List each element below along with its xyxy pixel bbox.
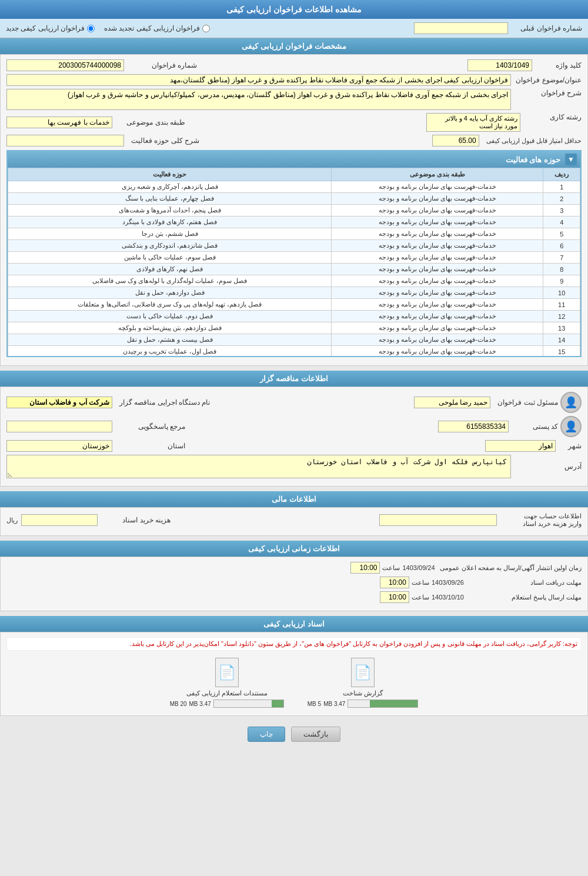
activity-table-header: ▼ حوزه های فعالیت [8, 151, 580, 168]
table-row: 12خدمات-فهرست بهای سازمان برنامه و بودجه… [8, 311, 580, 322]
specs-body: کلید واژه شماره فراخوان عنوان/موضوع فراخ… [0, 54, 588, 366]
top-bar: شماره فراخوان قبلی فراخوان ارزیابی کیفی … [0, 19, 588, 38]
prev-number-area: شماره فراخوان قبلی [210, 22, 582, 34]
financial-body: اطلاعات حساب جهت واریز هزینه خرید اسناد … [0, 507, 588, 536]
table-cell-category: خدمات-فهرست بهای سازمان برنامه و بودجه [332, 252, 543, 264]
responsible-label: مسئول ثبت فراخوان [493, 398, 558, 407]
deadline-time-label: ساعت [412, 579, 429, 587]
report-doc: 📄 گزارش شناخت 3.47 MB 5 MB [308, 658, 419, 708]
unit-label: ریال [6, 517, 18, 524]
table-cell-row: 11 [543, 299, 580, 311]
responsible-input[interactable] [414, 397, 490, 408]
table-cell-row: 14 [543, 334, 580, 346]
table-cell-category: خدمات-فهرست بهای سازمان برنامه و بودجه [332, 240, 543, 252]
docs-size: 3.47 MB [189, 701, 211, 707]
responsible-avatar: 👤 [560, 392, 582, 413]
col-company: نام دستگاه اجرایی مناقصه گزار [6, 397, 294, 408]
table-cell-category: خدمات-فهرست بهای سازمان برنامه و بودجه [332, 287, 543, 299]
table-row: 15خدمات-فهرست بهای سازمان برنامه و بودجه… [8, 346, 580, 357]
table-cell-row: 4 [543, 216, 580, 228]
category-input[interactable] [6, 116, 112, 128]
table-cell-activity: فصل چهارم، عملیات بنایی با سنگ [8, 193, 332, 205]
table-cell-activity: فصل بیست و هشتم، حمل و نقل [8, 334, 332, 346]
col-keyword: کلید واژه [294, 59, 582, 71]
reply-deadline-time-label: ساعت [412, 594, 429, 601]
financial-header: اطلاعات مالی [0, 491, 588, 507]
table-row: 13خدمات-فهرست بهای سازمان برنامه و بودجه… [8, 322, 580, 334]
deadline-time-input[interactable] [380, 577, 409, 588]
col-specialty: رشته کاری رشته کاری آب پایه 4 و بالاتر م… [294, 113, 582, 132]
table-cell-activity: فصل دوم، عملیات خاکی با دست [8, 311, 332, 322]
report-icon: 📄 [351, 658, 375, 687]
account-info-label: اطلاعات حساب جهت واریز هزینه خرید اسناد [499, 512, 582, 528]
specialty-textarea[interactable]: رشته کاری آب پایه 4 و بالاتر مورد نیاز ا… [426, 113, 520, 132]
table-cell-category: خدمات-فهرست بهای سازمان برنامه و بودجه [332, 216, 543, 228]
reference-input[interactable] [6, 421, 112, 432]
updated-evaluation-radio[interactable]: فراخوان ارزیابی کیفی تجدید شده [104, 24, 210, 32]
docs-total: 20 MB [170, 701, 187, 707]
col-activity-desc: شرح کلی حوزه فعالیت [6, 135, 294, 146]
subject-input[interactable] [6, 74, 511, 86]
table-row: 11خدمات-فهرست بهای سازمان برنامه و بودجه… [8, 299, 580, 311]
notice-text: توجه: کاربر گرامی، دریافت اسناد در مهلت … [6, 637, 582, 651]
back-button[interactable]: بازگشت [291, 727, 340, 742]
table-row: 4خدمات-فهرست بهای سازمان برنامه و بودجهف… [8, 216, 580, 228]
reply-deadline-time-input[interactable] [380, 591, 409, 603]
financial-section: اطلاعات مالی اطلاعات حساب جهت واریز هزین… [0, 491, 588, 536]
table-cell-activity: فصل پنجم، احداث آدمروها و شفت‌های [8, 205, 332, 216]
table-cell-category: خدمات-فهرست بهای سازمان برنامه و بودجه [332, 228, 543, 240]
row-first-pub: زمان اولین انتشار آگهی/ارسال به صفحه اعل… [6, 562, 582, 574]
tender-number-input[interactable] [6, 59, 124, 71]
docs-progress-fill [272, 700, 283, 707]
table-cell-category: خدمات-فهرست بهای سازمان برنامه و بودجه [332, 264, 543, 275]
col-reference: مرجع پاسخگویی [6, 421, 294, 432]
table-row: 6خدمات-فهرست بهای سازمان برنامه و بودجهف… [8, 240, 580, 252]
address-textarea[interactable]: کیانپارس فلکه اول شرکت آب و فاضلاب استان… [6, 455, 511, 478]
description-textarea[interactable]: اجرای بخشی از شبکه جمع آوری فاضلاب نقاط … [6, 89, 511, 110]
main-title: مشاهده اطلاعات فراخوان ارزیابی کیفی [0, 0, 588, 19]
table-cell-row: 7 [543, 252, 580, 264]
table-row: 9خدمات-فهرست بهای سازمان برنامه و بودجهف… [8, 275, 580, 287]
table-cell-activity: فصل نهم، کارهای فولادی [8, 264, 332, 275]
timing-body: زمان اولین انتشار آگهی/ارسال به صفحه اعل… [0, 557, 588, 611]
company-input[interactable] [6, 397, 112, 408]
table-row: 3خدمات-فهرست بهای سازمان برنامه و بودجهف… [8, 205, 580, 216]
print-button[interactable]: چاپ [248, 727, 285, 742]
contractor-body: 👤 مسئول ثبت فراخوان نام دستگاه اجرایی من… [0, 387, 588, 487]
timing-header: اطلاعات زمانی ارزیابی کیفی [0, 541, 588, 557]
table-cell-row: 3 [543, 205, 580, 216]
table-cell-category: خدمات-فهرست بهای سازمان برنامه و بودجه [332, 346, 543, 357]
province-input[interactable] [6, 440, 112, 452]
min-score-label: حداقل امتیاز قابل قبول ارزیابی کیفی [482, 137, 582, 145]
postal-label: کد پستی [511, 422, 558, 431]
new-evaluation-radio[interactable]: فراخوان ارزیابی کیفی جدید [6, 24, 95, 32]
docs-title: مستندات استعلام ارزیابی کیفی [186, 690, 268, 697]
documents-header: اسناد ارزیابی کیفی [0, 616, 588, 632]
activity-desc-input[interactable] [6, 135, 124, 146]
row-reply-deadline: مهلت ارسال پاسخ استعلام 1403/10/10 ساعت [6, 591, 582, 603]
account-info-input[interactable] [379, 514, 497, 526]
deadline-date: 1403/09/26 [432, 579, 464, 586]
table-cell-row: 2 [543, 193, 580, 205]
table-cell-row: 5 [543, 228, 580, 240]
province-label: استان [115, 442, 185, 450]
col-tender-number: شماره فراخوان [6, 59, 294, 71]
city-input[interactable] [485, 440, 556, 452]
purchase-cost-input[interactable] [21, 514, 98, 526]
table-cell-activity: فصل شانزدهم، اندودکاری و بندکشی [8, 240, 332, 252]
docs-icon: 📄 [215, 658, 239, 687]
postal-input[interactable] [438, 421, 509, 432]
activity-data-table: ردیف طبقه بندی موضوعی حوزه فعالیت 1خدمات… [8, 168, 580, 356]
min-score-input[interactable] [432, 135, 479, 146]
activity-table-scroll[interactable]: ردیف طبقه بندی موضوعی حوزه فعالیت 1خدمات… [8, 168, 580, 356]
row-activity-score: حداقل امتیاز قابل قبول ارزیابی کیفی شرح … [6, 135, 582, 146]
keyword-input[interactable] [467, 59, 532, 71]
collapse-btn[interactable]: ▼ [565, 154, 577, 165]
first-pub-time-input[interactable] [350, 562, 380, 574]
keyword-label: کلید واژه [534, 61, 582, 69]
activity-table-body: 1خدمات-فهرست بهای سازمان برنامه و بودجهف… [8, 181, 580, 357]
row-tender-number: کلید واژه شماره فراخوان [6, 59, 582, 71]
prev-number-input[interactable] [414, 22, 508, 34]
bottom-buttons: بازگشت چاپ [0, 721, 588, 748]
col-account-info: اطلاعات حساب جهت واریز هزینه خرید اسناد [294, 512, 582, 528]
